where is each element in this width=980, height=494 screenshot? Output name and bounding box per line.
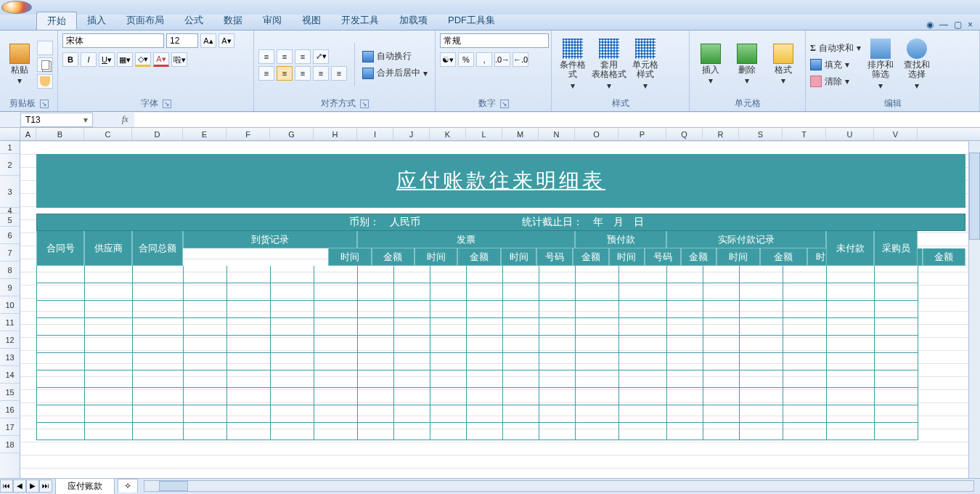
tab-nav-next[interactable]: ▶ — [26, 479, 39, 493]
horizontal-scrollbar[interactable] — [144, 480, 974, 492]
row-header-5[interactable]: 5 — [0, 214, 20, 227]
delete-cells-button[interactable]: 删除▾ — [730, 36, 764, 94]
worksheet-grid[interactable]: 123456789101112131415161718 应付账款往来明细表 币别… — [0, 141, 980, 478]
table-cell[interactable] — [467, 336, 503, 353]
minimize-icon[interactable]: — — [939, 20, 948, 30]
table-cell[interactable] — [133, 336, 184, 353]
table-cell[interactable] — [37, 318, 85, 336]
table-cell[interactable] — [827, 301, 875, 318]
table-cell[interactable] — [37, 423, 85, 440]
table-cell[interactable] — [467, 405, 503, 423]
table-cell[interactable] — [503, 370, 539, 388]
table-cell[interactable] — [394, 283, 430, 301]
table-cell[interactable] — [576, 318, 619, 336]
table-cell[interactable] — [740, 336, 783, 353]
table-row[interactable] — [37, 405, 965, 423]
table-cell[interactable] — [133, 266, 184, 283]
table-cell[interactable] — [37, 283, 85, 301]
table-cell[interactable] — [503, 266, 539, 283]
percent-button[interactable]: % — [458, 52, 474, 67]
table-cell[interactable] — [783, 318, 827, 336]
align-right-button[interactable]: ≡ — [295, 66, 311, 81]
table-row[interactable] — [37, 423, 965, 440]
table-cell[interactable] — [430, 405, 467, 423]
table-cell[interactable] — [576, 301, 619, 318]
table-cell[interactable] — [271, 388, 314, 405]
wrap-text-button[interactable]: 自动换行 — [362, 49, 428, 64]
table-cell[interactable] — [667, 353, 703, 370]
launcher-icon[interactable]: ↘ — [40, 100, 49, 108]
format-cells-button[interactable]: 格式▾ — [767, 36, 800, 94]
col-header-U[interactable]: U — [826, 128, 874, 140]
table-cell[interactable] — [184, 353, 227, 370]
col-header-A[interactable]: A — [20, 128, 36, 140]
table-cell[interactable] — [539, 423, 576, 440]
tab-审阅[interactable]: 审阅 — [253, 12, 292, 30]
table-cell[interactable] — [85, 266, 133, 283]
table-cell[interactable] — [184, 266, 227, 283]
table-cell[interactable] — [314, 388, 358, 405]
row-header-9[interactable]: 9 — [0, 279, 20, 296]
table-cell[interactable] — [358, 283, 394, 301]
launcher-icon[interactable]: ↘ — [360, 100, 369, 108]
table-cell[interactable] — [619, 423, 667, 440]
table-cell[interactable] — [358, 266, 394, 283]
table-cell[interactable] — [539, 370, 576, 388]
table-cell[interactable] — [740, 405, 783, 423]
table-cell[interactable] — [271, 423, 314, 440]
table-cell[interactable] — [783, 388, 827, 405]
table-row[interactable] — [37, 336, 965, 353]
tab-公式[interactable]: 公式 — [174, 12, 213, 30]
table-cell[interactable] — [430, 353, 467, 370]
table-cell[interactable] — [740, 266, 783, 283]
increase-decimal-button[interactable]: .0→ — [494, 52, 510, 67]
table-cell[interactable] — [358, 318, 394, 336]
col-header-C[interactable]: C — [84, 128, 132, 140]
vertical-scrollbar[interactable] — [968, 141, 980, 478]
table-cell[interactable] — [394, 318, 430, 336]
table-cell[interactable] — [875, 405, 918, 423]
table-cell[interactable] — [703, 353, 740, 370]
fill-color-button[interactable]: ◇▾ — [135, 52, 151, 67]
table-cell[interactable] — [576, 283, 619, 301]
table-cell[interactable] — [227, 370, 271, 388]
align-bottom-button[interactable]: ≡ — [295, 49, 311, 64]
table-cell[interactable] — [358, 405, 394, 423]
table-cell[interactable] — [875, 266, 918, 283]
decrease-font-button[interactable]: A▾ — [219, 33, 234, 48]
table-cell[interactable] — [394, 405, 430, 423]
table-cell[interactable] — [430, 283, 467, 301]
orientation-button[interactable]: ⤢▾ — [313, 49, 329, 64]
table-cell[interactable] — [271, 353, 314, 370]
col-header-R[interactable]: R — [703, 128, 739, 140]
table-cell[interactable] — [467, 266, 503, 283]
table-cell[interactable] — [576, 388, 619, 405]
decrease-indent-button[interactable]: ≡ — [313, 66, 329, 81]
table-cell[interactable] — [37, 266, 85, 283]
table-row[interactable] — [37, 388, 965, 405]
table-cell[interactable] — [703, 301, 740, 318]
table-cell[interactable] — [314, 353, 358, 370]
table-cell[interactable] — [503, 318, 539, 336]
table-cell[interactable] — [503, 405, 539, 423]
row-header-13[interactable]: 13 — [0, 349, 20, 366]
tab-页面布局[interactable]: 页面布局 — [116, 12, 174, 30]
col-header-H[interactable]: H — [314, 128, 357, 140]
table-cell[interactable] — [37, 336, 85, 353]
table-cell[interactable] — [619, 266, 667, 283]
font-size-select[interactable] — [166, 33, 198, 48]
table-cell[interactable] — [358, 423, 394, 440]
table-cell[interactable] — [539, 336, 576, 353]
table-cell[interactable] — [85, 370, 133, 388]
table-cell[interactable] — [430, 336, 467, 353]
table-cell[interactable] — [271, 405, 314, 423]
decrease-decimal-button[interactable]: ←.0 — [513, 52, 528, 67]
row-header-17[interactable]: 17 — [0, 418, 20, 436]
table-cell[interactable] — [827, 423, 875, 440]
office-button[interactable] — [1, 1, 32, 14]
table-cell[interactable] — [667, 283, 703, 301]
table-cell[interactable] — [394, 353, 430, 370]
table-cell[interactable] — [667, 388, 703, 405]
table-cell[interactable] — [37, 353, 85, 370]
cell-styles-button[interactable]: 单元格 样式▾ — [629, 36, 662, 94]
